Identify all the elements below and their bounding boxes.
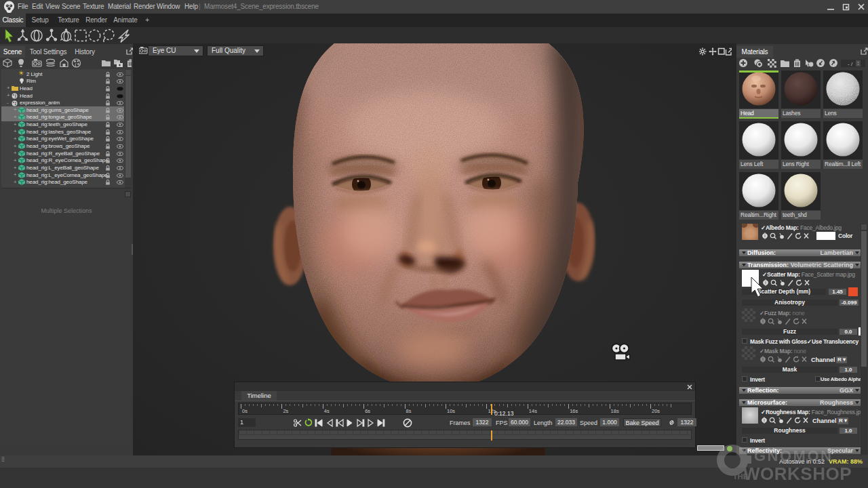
svg-text:Channel: Channel bbox=[812, 418, 837, 424]
svg-text:GNOMON: GNOMON bbox=[754, 447, 833, 464]
svg-text:Channel: Channel bbox=[811, 357, 835, 363]
svg-text:- /: - / bbox=[848, 61, 853, 67]
svg-text:THE: THE bbox=[733, 472, 748, 481]
svg-text:WORKSHOP: WORKSHOP bbox=[743, 464, 852, 484]
